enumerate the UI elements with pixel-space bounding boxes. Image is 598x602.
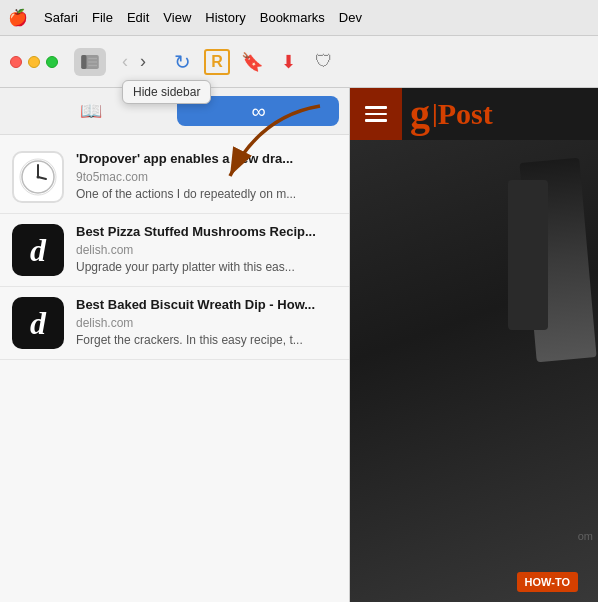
svg-rect-1 [81, 55, 86, 69]
menu-view[interactable]: View [163, 10, 191, 25]
logo-g: g [410, 94, 430, 134]
photo-shape [508, 180, 548, 330]
menu-dev[interactable]: Dev [339, 10, 362, 25]
traffic-lights [10, 56, 58, 68]
item-title: Best Baked Biscuit Wreath Dip - How... [76, 297, 337, 314]
item-description: One of the actions I do repeatedly on m.… [76, 186, 337, 203]
watermark-text: om [578, 530, 593, 542]
item-description: Forget the crackers. In this easy recipe… [76, 332, 337, 349]
close-button[interactable] [10, 56, 22, 68]
hamburger-line [365, 106, 387, 109]
menu-bookmarks[interactable]: Bookmarks [260, 10, 325, 25]
fullscreen-button[interactable] [46, 56, 58, 68]
item-thumbnail [12, 151, 64, 203]
readwise-icon[interactable]: R [204, 49, 230, 75]
minimize-button[interactable] [28, 56, 40, 68]
sidebar-toggle-button[interactable] [74, 48, 106, 76]
back-button[interactable]: ‹ [118, 49, 132, 74]
list-item[interactable]: d Best Pizza Stuffed Mushrooms Recip... … [0, 214, 349, 287]
menu-safari[interactable]: Safari [44, 10, 78, 25]
site-logo: g | Post [402, 94, 501, 134]
item-title: 'Dropover' app enables a new dra... [76, 151, 337, 168]
item-content: Best Pizza Stuffed Mushrooms Recip... de… [76, 224, 337, 276]
item-domain: delish.com [76, 316, 337, 330]
item-title: Best Pizza Stuffed Mushrooms Recip... [76, 224, 337, 241]
right-content: g | Post om HOW-TO [350, 88, 598, 602]
item-domain: delish.com [76, 243, 337, 257]
item-content: Best Baked Biscuit Wreath Dip - How... d… [76, 297, 337, 349]
shield-icon[interactable]: 🛡 [310, 48, 338, 76]
hamburger-icon [365, 106, 387, 122]
item-thumbnail: d [12, 224, 64, 276]
item-thumbnail: d [12, 297, 64, 349]
hide-sidebar-tooltip: Hide sidebar [122, 80, 211, 104]
pocket-icon[interactable]: ⬇ [274, 48, 302, 76]
toolbar: ‹ › ↻ R 🔖 ⬇ 🛡 Hide sidebar [0, 36, 598, 88]
bookmark-icon[interactable]: 🔖 [238, 48, 266, 76]
reload-icon[interactable]: ↻ [168, 48, 196, 76]
site-header: g | Post [350, 88, 598, 140]
bookmarks-icon: 📖 [80, 100, 102, 122]
item-domain: 9to5mac.com [76, 170, 337, 184]
nav-buttons: ‹ › [118, 49, 150, 74]
sidebar: 📖 ∞ [0, 88, 350, 602]
list-item[interactable]: d Best Baked Biscuit Wreath Dip - How...… [0, 287, 349, 360]
article-image: om HOW-TO [350, 140, 598, 602]
main-area: 📖 ∞ [0, 88, 598, 602]
reading-list: 'Dropover' app enables a new dra... 9to5… [0, 135, 349, 602]
svg-point-10 [37, 176, 40, 179]
hamburger-button[interactable] [350, 88, 402, 140]
item-description: Upgrade your party platter with this eas… [76, 259, 337, 276]
reading-list-icon: ∞ [252, 100, 264, 123]
toolbar-icons: ↻ R 🔖 ⬇ 🛡 [168, 48, 338, 76]
forward-button[interactable]: › [136, 49, 150, 74]
menu-edit[interactable]: Edit [127, 10, 149, 25]
apple-logo: 🍎 [8, 8, 28, 27]
hamburger-line [365, 113, 387, 116]
logo-post: Post [438, 97, 493, 131]
list-item[interactable]: 'Dropover' app enables a new dra... 9to5… [0, 141, 349, 214]
item-content: 'Dropover' app enables a new dra... 9to5… [76, 151, 337, 203]
menu-bar: 🍎 Safari File Edit View History Bookmark… [0, 0, 598, 36]
logo-separator: | [430, 99, 438, 129]
menu-file[interactable]: File [92, 10, 113, 25]
menu-history[interactable]: History [205, 10, 245, 25]
hamburger-line [365, 119, 387, 122]
menu-bar-items: Safari File Edit View History Bookmarks … [44, 10, 362, 25]
how-to-badge: HOW-TO [517, 572, 578, 592]
